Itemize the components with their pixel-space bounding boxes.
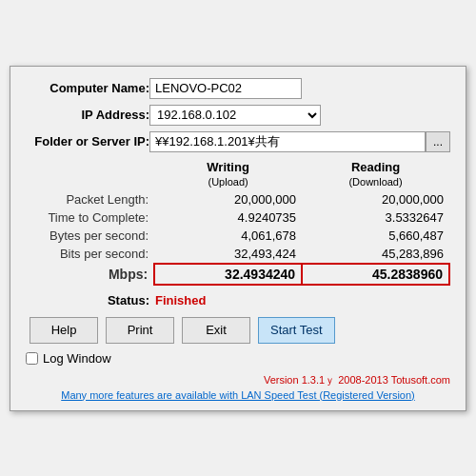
folder-row: Folder or Server IP: ... — [26, 131, 450, 152]
version-info: Version 1.3.1ｙ 2008-2013 Totusoft.com — [26, 373, 450, 387]
computer-name-input[interactable] — [149, 78, 302, 99]
mbps-label: Mbps: — [26, 264, 154, 285]
mbps-row: Mbps: 32.4934240 45.2838960 — [26, 264, 449, 285]
log-window-row: Log Window — [26, 351, 450, 366]
table-row: Packet Length: 20,000,000 20,000,000 — [26, 190, 449, 208]
col-reading-header: Reading (Download) — [302, 158, 449, 190]
col-writing-header: Writing (Upload) — [154, 158, 302, 190]
log-window-label: Log Window — [43, 351, 111, 366]
computer-name-row: Computer Name: — [26, 78, 450, 99]
footer-link[interactable]: Many more features are available with LA… — [26, 389, 450, 401]
start-test-button[interactable]: Start Test — [258, 317, 335, 344]
status-value: Finished — [155, 293, 206, 307]
ip-address-select[interactable]: 192.168.0.102 — [149, 105, 321, 126]
help-button[interactable]: Help — [30, 317, 98, 344]
row-label: Packet Length: — [26, 190, 154, 208]
ip-address-label: IP Address: — [26, 108, 149, 122]
log-window-checkbox[interactable] — [26, 352, 38, 365]
reading-value: 3.5332647 — [302, 208, 449, 227]
row-label: Time to Complete: — [26, 208, 154, 227]
table-row: Bits per second: 32,493,424 45,283,896 — [26, 245, 449, 264]
status-label: Status: — [26, 293, 149, 307]
reading-value: 20,000,000 — [302, 190, 449, 208]
writing-value: 32,493,424 — [154, 245, 302, 264]
writing-value: 20,000,000 — [154, 190, 302, 208]
writing-value: 4.9240735 — [154, 208, 302, 227]
browse-button[interactable]: ... — [426, 131, 450, 152]
ip-address-row: IP Address: 192.168.0.102 — [26, 105, 450, 126]
row-label: Bits per second: — [26, 245, 154, 264]
mbps-reading-value: 45.2838960 — [302, 264, 449, 285]
status-row: Status: Finished — [26, 293, 450, 307]
reading-value: 45,283,896 — [302, 245, 449, 264]
table-row: Bytes per second: 4,061,678 5,660,487 — [26, 227, 449, 245]
speed-table: Writing (Upload) Reading (Download) Pack… — [26, 158, 450, 286]
main-window: Computer Name: IP Address: 192.168.0.102… — [10, 66, 466, 411]
button-row: Help Print Exit Start Test — [26, 317, 450, 344]
mbps-writing-value: 32.4934240 — [154, 264, 302, 285]
computer-name-label: Computer Name: — [26, 81, 149, 95]
reading-value: 5,660,487 — [302, 227, 449, 245]
table-row: Time to Complete: 4.9240735 3.5332647 — [26, 208, 449, 227]
print-button[interactable]: Print — [106, 317, 174, 344]
folder-label: Folder or Server IP: — [26, 134, 149, 149]
writing-value: 4,061,678 — [154, 227, 302, 245]
exit-button[interactable]: Exit — [182, 317, 250, 344]
folder-input[interactable] — [149, 131, 426, 152]
row-label: Bytes per second: — [26, 227, 154, 245]
